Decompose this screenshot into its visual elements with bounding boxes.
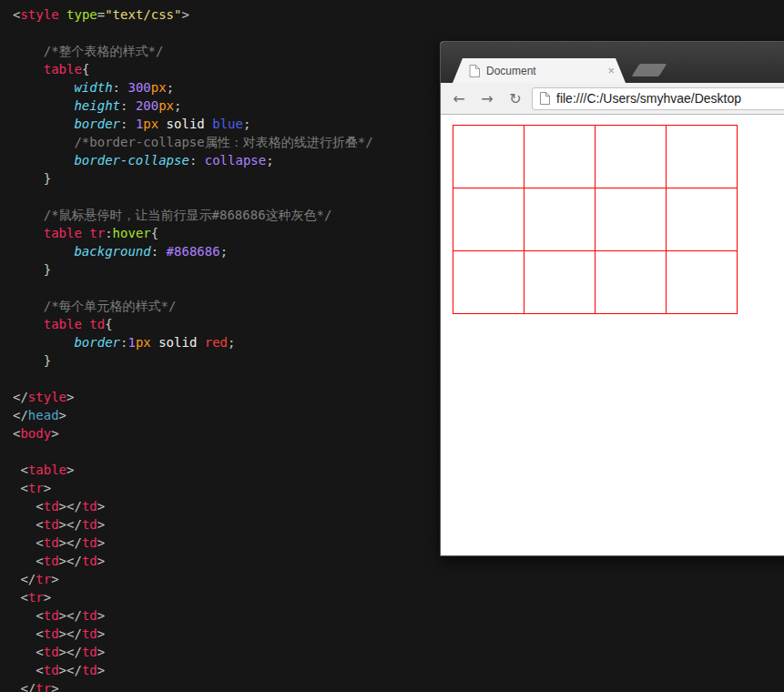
table-row[interactable] [453,188,738,251]
url-text: file:///C:/Users/smyhvae/Desktop [556,91,741,106]
address-bar[interactable]: file:///C:/Users/smyhvae/Desktop [532,87,784,110]
reload-button[interactable]: ↻ [504,86,527,110]
table-row[interactable] [453,251,738,314]
browser-window: Document × ← → ↻ file:///C:/Users/smyhva… [440,41,784,556]
forward-button[interactable]: → [475,86,499,110]
page-content [441,115,784,555]
back-arrow-icon: ← [453,90,464,107]
code-line: <tr> [13,588,784,606]
browser-toolbar: ← → ↻ file:///C:/Users/smyhvae/Desktop [441,83,784,115]
reload-icon: ↻ [509,90,521,107]
table-cell [453,126,524,188]
table-cell [596,126,667,188]
table-cell [667,188,738,251]
table-cell [453,188,524,251]
tab-title: Document [486,65,601,77]
browser-tab[interactable]: Document × [453,58,626,83]
table-cell [596,188,667,251]
code-line: <td></td> [13,661,784,679]
new-tab-button[interactable] [632,64,667,76]
table-row[interactable] [453,126,738,188]
table-cell [596,251,667,314]
table-cell [524,126,596,188]
page-icon [540,92,550,105]
forward-arrow-icon: → [481,90,493,107]
rendered-table [453,125,738,314]
code-line: </tr> [13,570,784,588]
code-line: <td></td> [13,625,784,643]
table-cell [453,251,524,314]
table-cell [667,126,738,188]
code-line: <td></td> [13,643,784,661]
table-cell [667,251,738,314]
tab-close-icon[interactable]: × [607,65,615,76]
code-line: <td></td> [13,606,784,625]
code-line [13,24,784,42]
table-cell [524,251,596,314]
window-titlebar[interactable]: Document × [441,42,784,83]
table-cell [524,188,596,251]
tab-favicon-icon [469,65,480,77]
back-button[interactable]: ← [447,86,471,110]
code-line: </tr> [13,679,784,692]
code-line: <style type="text/css"> [13,5,784,24]
